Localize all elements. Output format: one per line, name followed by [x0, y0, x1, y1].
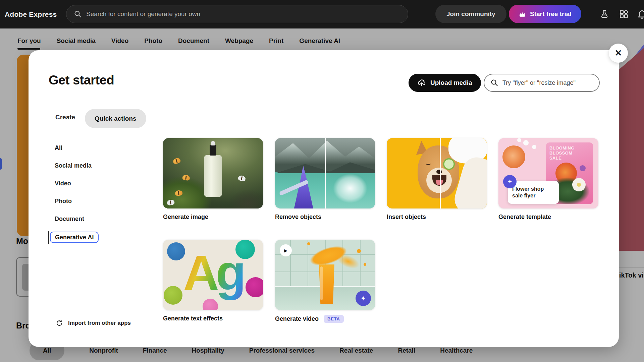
import-from-other-apps-label: Import from other apps [68, 320, 131, 326]
insert-objects-thumbnail [387, 138, 487, 208]
card-label: Generate text effects [163, 315, 223, 322]
get-started-modal: Get started Upload media Create Quick ac… [29, 50, 619, 347]
top-app-bar: Adobe Express Join community Start free … [0, 0, 644, 28]
poster-purple-flower-shape [580, 165, 586, 171]
sidebar-divider [55, 312, 144, 312]
upload-cloud-icon [417, 78, 426, 87]
quick-action-generate-video[interactable]: ▶ ✦ Generate video BETA [275, 240, 375, 323]
generate-template-thumbnail: Blooming Blossom Sale ✦ Flower shop sale… [498, 138, 598, 208]
tab-quick-actions[interactable]: Quick actions [85, 109, 146, 128]
white-flower-shape [532, 145, 536, 149]
import-sync-icon [55, 319, 63, 327]
notifications-bell-icon[interactable] [637, 9, 644, 20]
upload-media-label: Upload media [430, 79, 472, 86]
before-after-divider [325, 138, 326, 208]
start-free-trial-button[interactable]: Start free trial [509, 5, 581, 23]
join-community-button[interactable]: Join community [435, 5, 506, 23]
water-wake-shape [327, 169, 373, 208]
category-document[interactable]: Document [55, 214, 84, 224]
flyer-poster-text: Blooming Blossom Sale [546, 142, 578, 161]
remove-objects-thumbnail [275, 138, 375, 208]
butterfly-icon [172, 157, 181, 165]
generate-video-thumbnail: ▶ ✦ [275, 240, 375, 310]
quick-action-insert-objects[interactable]: Insert objects [387, 138, 487, 221]
generative-ai-icon: ✦ [503, 175, 517, 188]
peach-rose-shape [502, 145, 525, 168]
juice-droplet-shape [364, 263, 366, 266]
quick-action-generate-text-effects[interactable]: Ag Generate text effects [163, 240, 263, 322]
modal-search-input[interactable] [502, 79, 593, 86]
rock-shape [223, 185, 263, 208]
upload-media-button[interactable]: Upload media [409, 74, 481, 92]
juice-glass-shape [318, 264, 335, 304]
card-label: Generate image [163, 214, 208, 221]
card-label: Remove objects [275, 214, 321, 221]
modal-title: Get started [49, 73, 114, 87]
card-label: Insert objects [387, 214, 426, 221]
adobe-express-app: For you Social media Video Photo Documen… [0, 0, 644, 362]
poster-white-flower-shape [572, 178, 586, 191]
dog-nose-shape [436, 170, 442, 174]
quick-action-remove-objects[interactable]: Remove objects [275, 138, 375, 221]
global-search-input[interactable] [86, 10, 400, 18]
generative-ai-icon: ✦ [356, 291, 371, 306]
search-icon [74, 10, 82, 18]
rainbow-text-sample: Ag [163, 240, 263, 310]
serum-bottle-shape [204, 155, 222, 197]
start-free-trial-label: Start free trial [530, 10, 572, 18]
juice-droplet-shape [357, 249, 361, 253]
search-icon [490, 79, 498, 87]
juice-droplet-shape [307, 242, 310, 245]
category-photo[interactable]: Photo [55, 196, 72, 206]
category-video[interactable]: Video [55, 178, 71, 188]
card-label: Generate video [275, 315, 319, 322]
crown-icon [519, 10, 526, 18]
white-flower-shape [523, 140, 529, 145]
apps-grid-icon[interactable] [619, 9, 629, 20]
generate-image-thumbnail [163, 138, 263, 208]
category-list: All Social media Video Photo Document Ge… [55, 143, 99, 243]
close-modal-button[interactable]: ✕ [609, 44, 628, 63]
quick-action-generate-image[interactable]: Generate image [163, 138, 263, 221]
butterfly-icon [237, 175, 246, 182]
import-from-other-apps-link[interactable]: Import from other apps [55, 319, 131, 327]
quick-action-generate-template[interactable]: Blooming Blossom Sale ✦ Flower shop sale… [498, 138, 598, 221]
modal-header-divider [49, 98, 599, 98]
tab-create[interactable]: Create [55, 114, 75, 121]
before-after-divider [440, 138, 441, 208]
category-generative-ai[interactable]: Generative AI [50, 232, 99, 243]
dog-eye-shape [426, 162, 431, 165]
cucumber-slice-shape [443, 158, 455, 170]
card-label: Generate template [498, 214, 551, 221]
category-all[interactable]: All [55, 143, 62, 153]
beta-badge: BETA [324, 315, 344, 323]
adobe-express-logo[interactable]: Adobe Express [5, 0, 57, 28]
global-search-bar [66, 5, 408, 23]
modal-search-bar [484, 74, 600, 92]
generate-text-effects-thumbnail: Ag [163, 240, 263, 310]
category-social-media[interactable]: Social media [55, 161, 92, 171]
play-icon: ▶ [280, 244, 292, 256]
beta-flask-icon[interactable] [599, 9, 610, 20]
white-flower-shape [517, 138, 521, 142]
